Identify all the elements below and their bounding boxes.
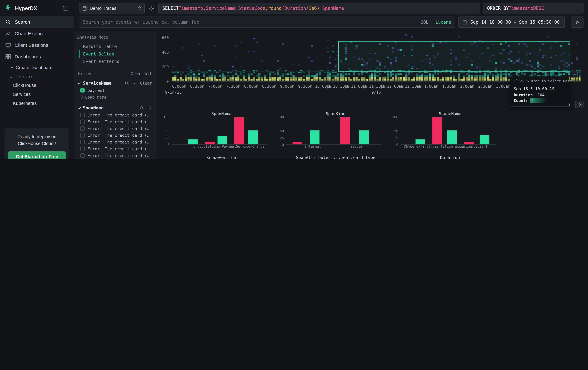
mode-event-patterns[interactable]: Event Patterns <box>79 58 153 65</box>
tooltip-duration-label: Duration: <box>514 92 535 97</box>
filter-group-name: ServiceName <box>83 80 111 86</box>
filter-more-link[interactable]: Load more <box>77 94 153 100</box>
zoom-out-button[interactable] <box>571 72 578 78</box>
bar-green[interactable] <box>310 130 320 144</box>
x-tick-label: 11:00pm <box>351 84 368 89</box>
sidebar-item-chart-explorer[interactable]: Chart Explorer <box>0 28 74 39</box>
promo-line1: Ready to deploy on <box>8 133 65 140</box>
bar-green[interactable] <box>359 130 369 144</box>
checkbox[interactable] <box>80 140 85 144</box>
filter-option[interactable]: payment <box>77 87 153 94</box>
checkbox[interactable] <box>80 120 85 124</box>
mini-chart-plot[interactable] <box>400 117 496 145</box>
sidebar-item-label: Dashboards <box>15 54 41 60</box>
bar-pink[interactable] <box>234 117 244 144</box>
chart-next-button[interactable] <box>575 101 584 109</box>
sidebar-header: HyperDX <box>0 0 74 16</box>
lucene-toggle[interactable]: Lucene <box>436 20 451 25</box>
pin-icon[interactable] <box>133 81 137 85</box>
filter-group-header[interactable]: ServiceNameClear <box>77 80 153 87</box>
hyperdx-app: HyperDX Search Chart Explorer Client Ses… <box>0 0 588 159</box>
bar-green[interactable] <box>217 136 227 144</box>
x-tick-label: 8:30pm <box>262 84 276 89</box>
filter-option[interactable]: Error: The credit card (… <box>77 132 153 139</box>
dashboard-link-services[interactable]: Services <box>0 90 74 99</box>
mode-results-table[interactable]: Results Table <box>79 43 153 50</box>
mini-chart-title: ScopeName <box>387 111 500 116</box>
bar-pink[interactable] <box>205 141 215 144</box>
pin-icon[interactable] <box>148 106 152 110</box>
order-by-input[interactable]: ORDER BY Timestamp DESC <box>483 3 584 13</box>
y-tick-label: 50 <box>165 129 169 133</box>
sidebar-item-dashboards[interactable]: Dashboards <box>0 51 74 63</box>
date-range-picker[interactable]: Sep 14 18:00:00 - Sep 15 05:30:00 <box>458 16 565 28</box>
clear-all-button[interactable]: Clear all <box>131 71 152 76</box>
filter-option[interactable]: Error: The credit card (… <box>77 112 153 118</box>
mini-chart-plot[interactable] <box>172 117 267 145</box>
mini-chart-plot[interactable] <box>286 117 381 145</box>
sidebar: HyperDX Search Chart Explorer Client Ses… <box>0 0 74 159</box>
bar-pink[interactable] <box>464 142 474 144</box>
dashboard-link-kubernetes[interactable]: Kubernetes <box>0 99 74 108</box>
play-icon <box>575 20 579 24</box>
checkbox[interactable] <box>80 88 85 92</box>
presets-label: PRESETS <box>15 75 34 79</box>
get-started-button[interactable]: Get Started for Free <box>8 151 65 159</box>
mini-chart: SpanAttributes...yment.card_type10050250… <box>273 155 385 159</box>
create-dashboard-button[interactable]: + Create Dashboard <box>0 63 74 72</box>
sidebar-collapse-icon[interactable] <box>63 5 69 11</box>
sidebar-item-client-sessions[interactable]: Client Sessions <box>0 40 74 51</box>
filter-clear-button[interactable]: Clear <box>140 81 152 85</box>
mini-chart: ScopeVersion100502500.1.00.51.1 <box>158 155 271 159</box>
bar-green[interactable] <box>480 135 489 144</box>
sidebar-item-search[interactable]: Search <box>0 16 74 28</box>
filter-option[interactable]: Error: The credit card (… <box>77 145 153 152</box>
mode-event-deltas[interactable]: Event Deltas <box>79 50 153 58</box>
bar-pink[interactable] <box>432 117 442 144</box>
checkbox[interactable] <box>80 126 85 131</box>
calendar-icon <box>462 20 467 24</box>
source-select[interactable]: Demo Traces <box>79 3 145 13</box>
date-range-value: Sep 14 18:00:00 - Sep 15 05:30:00 <box>470 20 560 25</box>
checkbox[interactable] <box>80 133 85 138</box>
bar-green[interactable] <box>447 130 457 144</box>
bar-pink[interactable] <box>340 117 350 144</box>
gear-icon[interactable] <box>148 5 155 11</box>
filter-option[interactable]: Error: The credit card (… <box>77 152 153 159</box>
heatmap-y-axis: 6004002000 <box>156 34 170 82</box>
select-query-input[interactable]: SELECT Timestamp, ServiceName, StatusCod… <box>158 3 480 13</box>
checkbox[interactable] <box>80 153 85 158</box>
mini-chart: Duration20105011245381376801162107019935… <box>387 155 500 159</box>
x-tick-label: 9:30pm <box>298 84 312 89</box>
query-language-toggle: SQL | Lucene <box>421 20 451 25</box>
filter-option[interactable]: Error: The credit card (… <box>77 118 153 125</box>
checkbox[interactable] <box>80 113 85 117</box>
filter-group-header[interactable]: SpanName <box>77 104 153 112</box>
search-bar: SQL | Lucene <box>79 16 455 28</box>
filter-option[interactable]: Error: The credit card (… <box>77 139 153 145</box>
heatmap-plot[interactable] <box>172 34 581 82</box>
bar-pink[interactable] <box>293 142 303 144</box>
mini-chart: SpanKind10050250InternalServer <box>273 111 385 149</box>
drag-selection-region[interactable] <box>338 41 570 72</box>
sql-toggle[interactable]: SQL <box>421 20 429 25</box>
search-icon[interactable] <box>125 81 129 85</box>
presets-toggle[interactable]: PRESETS <box>0 72 74 81</box>
bar-green[interactable] <box>416 139 425 144</box>
bar-green[interactable] <box>188 139 198 144</box>
y-tick-label: 0 <box>396 143 398 147</box>
x-tick-label: 10:00pm <box>315 84 332 89</box>
mini-chart-title: SpanAttributes...yment.card_type <box>273 155 385 159</box>
filters-panel: Analysis Mode Results Table Event Deltas… <box>74 31 156 159</box>
run-query-button[interactable] <box>571 16 584 28</box>
filter-option[interactable]: Error: The credit card (… <box>77 125 153 132</box>
sidebar-item-label: Client Sessions <box>15 42 48 48</box>
chevron-down-icon <box>78 106 81 109</box>
filter-option-label: Error: The credit card (… <box>87 119 150 124</box>
dashboard-link-clickhouse[interactable]: ClickHouse <box>0 81 74 90</box>
search-icon[interactable] <box>139 106 144 110</box>
sidebar-item-label: Chart Explorer <box>15 31 46 36</box>
checkbox[interactable] <box>80 147 85 151</box>
bar-green[interactable] <box>248 130 258 144</box>
search-input[interactable] <box>83 20 418 25</box>
